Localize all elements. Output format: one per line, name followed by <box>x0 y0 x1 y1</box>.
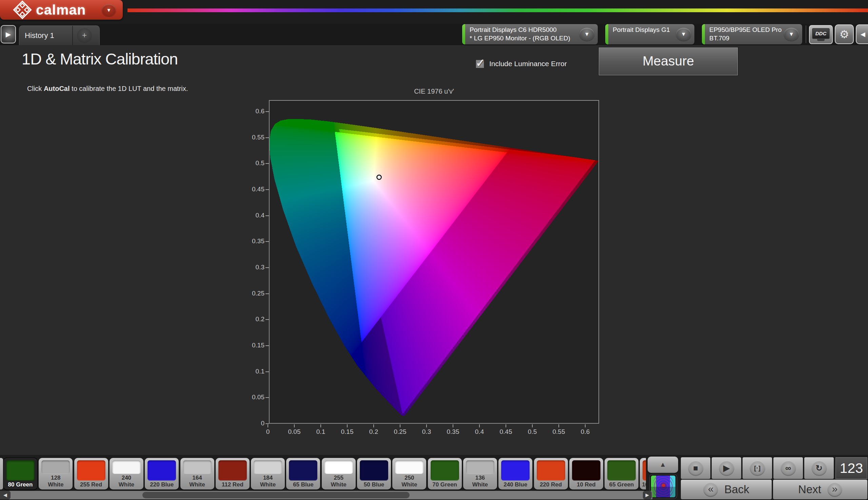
pattern-swatch <box>572 460 601 481</box>
meter-selector-line1: Portrait Displays C6 HDR5000 <box>470 26 557 34</box>
y-tick-mark <box>266 293 269 294</box>
pattern-swatch <box>607 460 636 481</box>
pattern-button-255-red[interactable]: 255 Red <box>74 458 108 489</box>
measure-button[interactable]: Measure <box>599 47 738 75</box>
x-tick-mark <box>400 424 401 428</box>
x-tick-label: 0.45 <box>496 428 516 435</box>
include-luminance-error-row: ✓ Include Luminance Error <box>476 60 567 68</box>
source-selector-dropdown[interactable]: Portrait Displays G1 ▼ <box>605 24 694 44</box>
include-luminance-error-checkbox[interactable]: ✓ <box>476 60 484 68</box>
x-tick-label: 0.25 <box>390 428 410 435</box>
y-tick-label: 0.05 <box>232 394 265 401</box>
next-button[interactable]: Next » <box>773 480 867 499</box>
tab-divider <box>72 26 73 45</box>
ddc-monitor-stand <box>817 39 825 41</box>
logo-dropdown-icon[interactable]: ▼ <box>102 4 116 16</box>
x-tick-mark <box>373 424 374 428</box>
y-tick-mark <box>266 241 269 242</box>
meter-selector-dropdown[interactable]: Portrait Displays C6 HDR5000 * LG EP950 … <box>462 24 598 44</box>
back-button[interactable]: « Back <box>681 480 772 499</box>
display-dropdown-icon[interactable]: ▼ <box>784 28 799 41</box>
scroll-right-icon[interactable]: ▶ <box>643 491 652 499</box>
scroll-left-icon[interactable]: ◀ <box>0 491 11 499</box>
x-tick-mark <box>532 424 533 428</box>
selector-divider <box>806 25 806 43</box>
source-dropdown-icon[interactable]: ▼ <box>676 28 691 41</box>
ddc-button[interactable]: DDC <box>809 25 833 44</box>
pattern-button-10-red[interactable]: 10 Red <box>569 458 603 489</box>
y-tick-mark <box>266 163 269 164</box>
pattern-button-partial-left[interactable] <box>0 458 3 489</box>
instruction-autocal: AutoCal <box>44 85 70 92</box>
pattern-button-164-white[interactable]: 164 White <box>181 458 214 489</box>
x-tick-mark <box>479 424 480 428</box>
refresh-icon: ↻ <box>811 460 827 476</box>
play-icon: ▶ <box>719 460 734 476</box>
cie-chart-plot-area <box>269 100 599 424</box>
refresh-button[interactable]: ↻ <box>804 457 834 479</box>
pattern-button-112-red[interactable]: 112 Red <box>216 458 250 489</box>
pattern-button-70-green[interactable]: 70 Green <box>428 458 462 489</box>
frame-advance-button[interactable]: [·] <box>742 457 772 479</box>
pattern-button-250-white[interactable]: 250 White <box>392 458 426 489</box>
pattern-button-184-white[interactable]: 184 White <box>251 458 285 489</box>
pattern-button-80-green[interactable]: 80 Green <box>3 458 37 489</box>
pattern-scrollbar-thumb[interactable] <box>142 492 409 498</box>
pattern-swatch <box>395 460 424 474</box>
calman-logo-menu[interactable]: calman ▼ <box>0 0 123 20</box>
pattern-swatch <box>77 460 105 481</box>
workflow-nav-icon[interactable]: ▶ <box>1 25 16 43</box>
y-tick-label: 0.2 <box>232 316 265 323</box>
x-tick-label: 0 <box>258 428 278 435</box>
play-button[interactable]: ▶ <box>712 457 741 479</box>
pattern-label: 250 White <box>402 475 417 488</box>
settings-gear-icon[interactable]: ⚙ <box>835 24 854 44</box>
add-tab-button[interactable]: + <box>77 28 92 43</box>
x-tick-label: 0.1 <box>311 428 331 435</box>
y-tick-mark <box>266 137 269 138</box>
pattern-button-255-white[interactable]: 255 White <box>322 458 356 489</box>
pattern-swatch <box>466 460 494 474</box>
pattern-swatch <box>431 460 459 481</box>
pattern-button-220-blue[interactable]: 220 Blue <box>145 458 179 489</box>
pattern-button-136-white[interactable]: 136 White <box>463 458 497 489</box>
pattern-button-220-red[interactable]: 220 Red <box>534 458 568 489</box>
pattern-panel-up-icon[interactable]: ▲ <box>648 457 678 473</box>
x-tick-mark <box>347 424 348 428</box>
y-tick-label: 0.45 <box>232 185 265 193</box>
pattern-scrollbar-track[interactable]: ◀ ▶ <box>0 491 652 499</box>
pattern-button-128-white[interactable]: 128 White <box>39 458 72 489</box>
tab-group: History 1 + <box>19 25 100 45</box>
pattern-button-240-blue[interactable]: 240 Blue <box>498 458 532 489</box>
pattern-swatch <box>42 460 70 474</box>
pattern-label: 255 Red <box>80 481 102 488</box>
x-tick-mark <box>558 424 559 428</box>
x-tick-label: 0.6 <box>575 428 595 435</box>
x-tick-mark <box>426 424 427 428</box>
pattern-swatch <box>218 460 247 481</box>
tab-history-1[interactable]: History 1 <box>19 31 72 40</box>
source-connected-indicator <box>605 24 608 44</box>
panel-collapse-icon[interactable]: ◀ <box>856 24 868 44</box>
pattern-label: 65 Green <box>609 481 634 488</box>
y-tick-label: 0.35 <box>232 237 265 245</box>
pattern-button-240-white[interactable]: 240 White <box>109 458 143 489</box>
x-tick-label: 0.3 <box>416 428 437 435</box>
meter-dropdown-icon[interactable]: ▼ <box>579 28 594 41</box>
pattern-button-65-green[interactable]: 65 Green <box>604 458 638 489</box>
pattern-label: 80 Green <box>8 481 33 488</box>
pattern-swatch <box>254 460 282 474</box>
y-tick-mark <box>266 372 269 372</box>
pattern-button-50-blue[interactable]: 50 Blue <box>357 458 391 489</box>
display-selector-dropdown[interactable]: EP950/BP95E OLED Pro BT.709 ▼ <box>702 24 802 44</box>
pattern-button-65-blue[interactable]: 65 Blue <box>286 458 320 489</box>
pattern-window-thumbnail[interactable] <box>650 474 677 499</box>
x-tick-label: 0.15 <box>337 428 357 435</box>
pattern-label: 128 White <box>48 475 63 488</box>
y-tick-mark <box>266 189 269 190</box>
loop-button[interactable]: ∞ <box>773 457 803 479</box>
calman-logo-text: calman <box>36 2 86 18</box>
pattern-swatch <box>183 460 211 474</box>
stop-button[interactable]: ■ <box>681 457 710 479</box>
x-tick-label: 0.4 <box>469 428 490 435</box>
